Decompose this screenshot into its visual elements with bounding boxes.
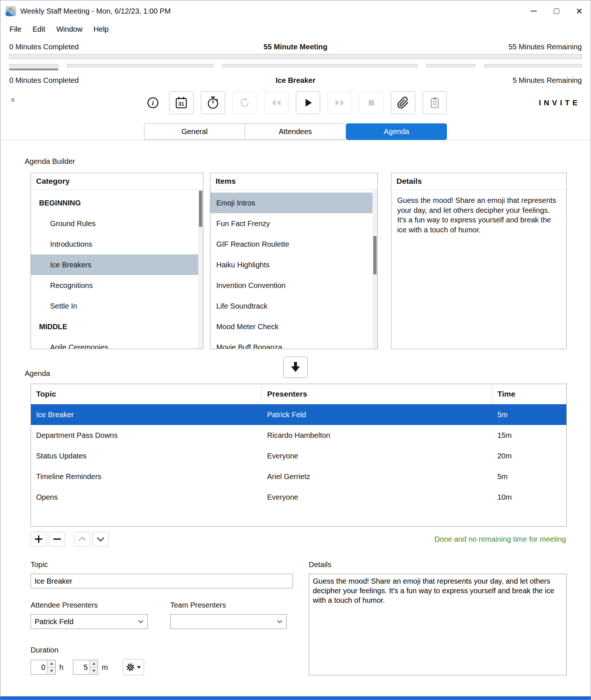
duration-hours-input[interactable]: [31, 660, 47, 674]
move-down-button[interactable]: [92, 532, 109, 546]
add-row-button[interactable]: [31, 532, 47, 546]
items-list-item[interactable]: Life Soundtrack: [210, 296, 373, 316]
scrollbar-thumb[interactable]: [373, 236, 377, 274]
info-button[interactable]: i: [144, 91, 162, 114]
table-row[interactable]: Department Pass Downs Ricardo Hambelton …: [31, 425, 566, 446]
svg-text:i: i: [152, 99, 154, 107]
minimize-button[interactable]: [522, 0, 545, 22]
items-list-item-selected[interactable]: Emoji Intros: [210, 193, 373, 213]
add-to-agenda-button[interactable]: [283, 356, 308, 378]
table-row-selected[interactable]: Ice Breaker Patrick Feld 5m: [31, 404, 566, 425]
cell-time: 15m: [492, 425, 566, 446]
cell-time: 5m: [492, 404, 566, 425]
calendar-icon: 31: [174, 96, 188, 110]
play-icon: [302, 96, 314, 109]
duration-minutes-input[interactable]: [73, 660, 90, 674]
toolbar-row: i 31: [0, 91, 591, 115]
cell-presenters: Patrick Feld: [262, 404, 492, 425]
hours-unit-label: h: [59, 663, 63, 672]
team-presenters-select[interactable]: [170, 614, 287, 629]
category-item[interactable]: Agile Ceremonies: [31, 337, 198, 349]
items-list-item[interactable]: Invention Convention: [210, 275, 373, 296]
stop-button[interactable]: [359, 91, 384, 114]
fast-forward-button[interactable]: [328, 91, 352, 114]
topic-input[interactable]: [31, 574, 293, 588]
agenda-segment-bar: [426, 64, 475, 70]
invite-button[interactable]: INVITE: [539, 99, 580, 107]
calendar-button[interactable]: 31: [169, 91, 193, 114]
minutes-increment-button[interactable]: [90, 660, 98, 668]
tab-attendees[interactable]: Attendees: [245, 123, 346, 140]
collapse-chevron-icon[interactable]: [10, 97, 16, 104]
category-item[interactable]: Introductions: [31, 234, 198, 254]
duration-options-button[interactable]: [123, 659, 144, 675]
tab-general[interactable]: General: [144, 123, 245, 140]
details-text: Guess the mood! Share an emoji that repr…: [391, 190, 566, 235]
notes-button[interactable]: [423, 91, 447, 114]
notes-icon: [429, 96, 441, 109]
menu-file[interactable]: File: [4, 24, 27, 35]
attachment-button[interactable]: [391, 91, 415, 114]
svg-text:31: 31: [178, 101, 184, 107]
agenda-builder-label: Agenda Builder: [25, 157, 591, 168]
cell-presenters: Ariel Gerrietz: [262, 466, 492, 487]
category-item[interactable]: Recognitions: [31, 275, 198, 296]
play-button[interactable]: [296, 91, 320, 114]
items-list-item[interactable]: Mood Meter Check: [210, 316, 373, 337]
agenda-segment-bar: [484, 64, 582, 70]
cell-presenters: Ricardo Hambelton: [262, 425, 492, 446]
table-row[interactable]: Timeline Reminders Ariel Gerrietz 5m: [31, 466, 566, 487]
rewind-button[interactable]: [264, 91, 288, 114]
items-list-item[interactable]: GIF Reaction Roulette: [210, 234, 373, 254]
attendee-presenters-select[interactable]: Patrick Feld: [31, 614, 148, 629]
category-item[interactable]: Ground Rules: [31, 213, 198, 234]
menu-window[interactable]: Window: [51, 24, 88, 35]
toolbar: i 31: [0, 91, 591, 115]
details-textarea[interactable]: Guess the mood! Share an emoji that repr…: [309, 574, 567, 675]
reset-icon: [238, 96, 251, 109]
menu-help[interactable]: Help: [88, 24, 114, 35]
table-row[interactable]: Status Updates Everyone 20m: [31, 446, 566, 466]
hours-decrement-button[interactable]: [48, 668, 55, 675]
reset-button[interactable]: [232, 91, 257, 114]
chevron-up-icon: [77, 534, 87, 544]
maximize-button[interactable]: [545, 0, 568, 22]
items-list: Emoji Intros Fun Fact Frenzy GIF Reactio…: [210, 190, 373, 349]
menu-edit[interactable]: Edit: [27, 24, 50, 35]
category-item[interactable]: Settle In: [31, 296, 198, 316]
current-item-label: Ice Breaker: [276, 76, 315, 85]
agenda-table-header: Topic Presenters Time: [31, 384, 566, 404]
timer-button[interactable]: [201, 91, 225, 114]
category-list: BEGINNING Ground Rules Introductions Ice…: [31, 190, 198, 349]
remove-row-button[interactable]: [49, 532, 65, 546]
scrollbar-thumb[interactable]: [199, 191, 202, 227]
stop-icon: [365, 96, 378, 109]
minutes-unit-label: m: [102, 663, 108, 672]
scrollbar-track[interactable]: [373, 190, 377, 349]
window-title: Weekly Staff Meeting - Mon, 6/12/23, 1:0…: [20, 7, 171, 15]
items-list-item[interactable]: Haiku Highlights: [210, 254, 373, 275]
column-header-topic: Topic: [31, 384, 262, 404]
current-segment-indicator: [9, 68, 58, 70]
app-icon-sun: [8, 7, 13, 11]
items-list-item[interactable]: Fun Fact Frenzy: [210, 213, 373, 234]
table-row[interactable]: Opens Everyone 10m: [31, 487, 566, 507]
tab-agenda[interactable]: Agenda: [346, 123, 447, 140]
app-window: Weekly Staff Meeting - Mon, 6/12/23, 1:0…: [0, 0, 591, 700]
scrollbar-track[interactable]: [198, 190, 203, 349]
hours-increment-button[interactable]: [48, 660, 55, 668]
app-icon-hill: [6, 11, 14, 16]
gear-icon: [126, 662, 135, 672]
chevron-down-icon: [95, 534, 106, 544]
agenda-actions-row: Done and no remaining time for meeting: [31, 531, 567, 547]
items-header: Items: [210, 173, 377, 190]
duration-hours-stepper: [31, 660, 56, 675]
items-list-item[interactable]: Movie Buff Bonanza: [210, 337, 373, 349]
category-item-selected[interactable]: Ice Breakers: [31, 254, 198, 275]
close-button[interactable]: ×: [568, 0, 591, 22]
title-bar[interactable]: Weekly Staff Meeting - Mon, 6/12/23, 1:0…: [0, 0, 591, 22]
cell-topic: Ice Breaker: [31, 404, 262, 425]
move-up-button[interactable]: [74, 532, 90, 546]
fast-forward-icon: [333, 96, 346, 109]
minutes-decrement-button[interactable]: [90, 668, 98, 675]
